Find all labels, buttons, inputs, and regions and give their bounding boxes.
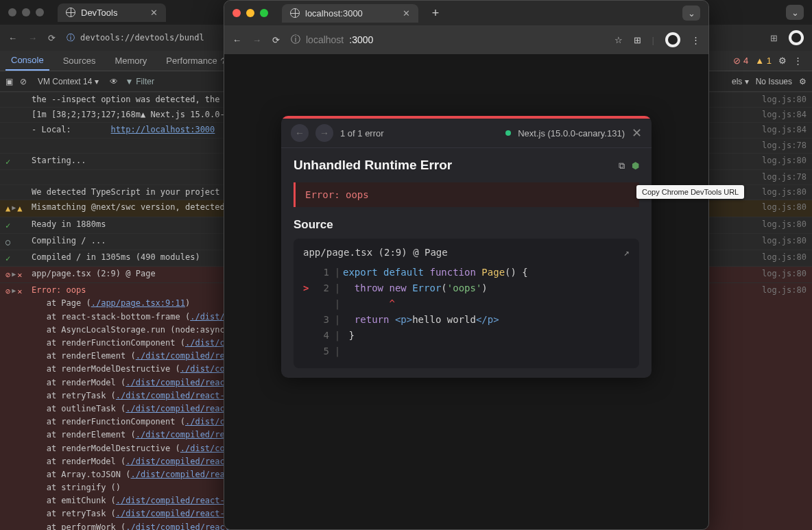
open-external-icon[interactable]: ↗ bbox=[624, 247, 630, 258]
page-content: ← → 1 of 1 error Next.js (15.0.0-canary.… bbox=[224, 54, 708, 529]
back-icon[interactable]: ← bbox=[8, 33, 17, 43]
error-message: Error: oops bbox=[294, 182, 639, 207]
fg-tab-title: localhost:3000 bbox=[305, 8, 363, 19]
tab-memory[interactable]: Memory bbox=[109, 51, 152, 71]
fg-omnibox[interactable]: ⓘ localhost:3000 bbox=[291, 34, 604, 46]
tab-sources[interactable]: Sources bbox=[58, 51, 102, 71]
star-icon[interactable]: ☆ bbox=[614, 35, 623, 45]
globe-icon bbox=[66, 8, 75, 17]
avatar-icon[interactable] bbox=[665, 32, 680, 47]
bg-traffic-lights[interactable] bbox=[8, 8, 44, 16]
bg-tab[interactable]: DevTools ✕ bbox=[58, 3, 166, 22]
tooltip: Copy Chrome DevTools URL bbox=[636, 185, 744, 199]
reload-icon[interactable]: ⟳ bbox=[48, 33, 56, 43]
fg-browser-toolbar: ← → ⟳ ⓘ localhost:3000 ☆ ⊞ | ⋮ bbox=[224, 25, 708, 54]
fg-traffic-lights[interactable] bbox=[232, 9, 268, 17]
nodejs-icon[interactable]: ⬢ bbox=[632, 160, 639, 171]
error-title: Unhandled Runtime Error bbox=[294, 158, 452, 173]
chevron-down-icon: ▾ bbox=[95, 77, 99, 86]
bg-omnibox[interactable]: ⓘ devtools://devtools/bundl bbox=[67, 32, 204, 44]
filter-input[interactable]: ▼ Filter bbox=[125, 77, 154, 86]
filter-icon: ▼ bbox=[125, 77, 133, 86]
close-tab-icon[interactable]: ✕ bbox=[403, 8, 410, 19]
back-icon[interactable]: ← bbox=[232, 35, 241, 45]
levels-selector[interactable]: els ▾ bbox=[732, 77, 749, 86]
overlay-header: ← → 1 of 1 error Next.js (15.0.0-canary.… bbox=[281, 119, 652, 148]
close-icon[interactable] bbox=[232, 9, 241, 17]
browser-window: localhost:3000 ✕ + ⌄ ← → ⟳ ⓘ localhost:3… bbox=[224, 0, 709, 530]
copy-icon[interactable]: ⧉ bbox=[619, 160, 625, 171]
avatar-icon[interactable] bbox=[789, 30, 804, 45]
forward-icon: → bbox=[28, 33, 37, 43]
console-settings-icon[interactable]: ⚙ bbox=[799, 77, 807, 86]
tab-console[interactable]: Console bbox=[5, 51, 49, 71]
close-overlay-button[interactable]: ✕ bbox=[632, 125, 642, 141]
tab-overflow-button[interactable]: ⌄ bbox=[786, 5, 804, 20]
more-icon[interactable]: ⋮ bbox=[691, 35, 700, 45]
extensions-icon[interactable]: ⊞ bbox=[770, 33, 778, 43]
zoom-icon[interactable] bbox=[36, 8, 44, 16]
url-port: :3000 bbox=[349, 34, 373, 45]
bg-tab-title: DevTools bbox=[81, 8, 117, 18]
error-count-label: 1 of 1 error bbox=[340, 128, 384, 138]
next-error-button[interactable]: → bbox=[315, 124, 333, 142]
extensions-icon[interactable]: ⊞ bbox=[634, 35, 641, 45]
no-issues[interactable]: No Issues bbox=[756, 77, 792, 86]
error-overlay: ← → 1 of 1 error Next.js (15.0.0-canary.… bbox=[281, 116, 652, 378]
zoom-icon[interactable] bbox=[260, 9, 268, 17]
local-url-link[interactable]: http://localhost:3000 bbox=[111, 125, 215, 134]
fg-tab[interactable]: localhost:3000 ✕ bbox=[282, 4, 418, 23]
error-count[interactable]: ⊘ 4 bbox=[733, 56, 748, 66]
close-tab-icon[interactable]: ✕ bbox=[150, 8, 158, 18]
tab-performance[interactable]: Performance ⚗ bbox=[160, 51, 233, 71]
version-label: Next.js (15.0.0-canary.131) bbox=[518, 128, 625, 138]
forward-icon: → bbox=[252, 35, 261, 45]
clear-console-icon[interactable]: ⊘ bbox=[20, 77, 27, 86]
settings-icon[interactable]: ⚙ bbox=[778, 56, 787, 66]
sidebar-toggle-icon[interactable]: ▣ bbox=[5, 77, 13, 86]
live-expression-icon[interactable]: 👁 bbox=[110, 77, 118, 86]
source-file: app/page.tsx (2:9) @ Page bbox=[303, 247, 448, 258]
tab-overflow-button[interactable]: ⌄ bbox=[682, 5, 700, 21]
close-icon[interactable] bbox=[8, 8, 16, 16]
fg-titlebar: localhost:3000 ✕ + ⌄ bbox=[224, 1, 708, 25]
source-heading: Source bbox=[294, 218, 639, 232]
prev-error-button[interactable]: ← bbox=[291, 124, 309, 142]
overlay-body: Unhandled Runtime Error ⧉ ⬢ Error: oops … bbox=[281, 148, 652, 378]
new-tab-button[interactable]: + bbox=[425, 6, 446, 21]
bg-url: devtools://devtools/bundl bbox=[80, 33, 204, 43]
minimize-icon[interactable] bbox=[22, 8, 30, 16]
source-box: app/page.tsx (2:9) @ Page ↗ 1| export de… bbox=[294, 239, 639, 368]
reload-icon[interactable]: ⟳ bbox=[272, 35, 280, 45]
more-icon[interactable]: ⋮ bbox=[793, 56, 802, 66]
context-selector[interactable]: VM Context 14 ▾ bbox=[34, 75, 103, 88]
warn-count[interactable]: ▲ 1 bbox=[755, 56, 772, 66]
url-host: localhost bbox=[306, 34, 344, 45]
minimize-icon[interactable] bbox=[246, 9, 254, 17]
globe-icon bbox=[290, 8, 300, 18]
status-dot-icon bbox=[505, 130, 511, 136]
